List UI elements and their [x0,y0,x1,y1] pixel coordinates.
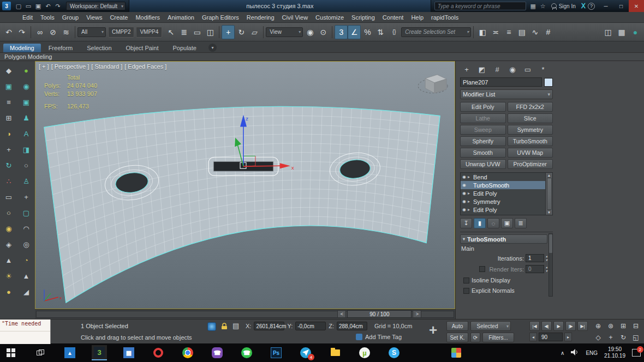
new-scene-icon[interactable]: ▢ [14,1,23,11]
plane-icon[interactable]: ▭ [2,190,16,204]
x-coordinate-field[interactable]: 2601,814cm [254,322,284,330]
cmpp2-button[interactable]: CMPP2 [108,27,134,38]
marker-icon[interactable]: ◆ [2,63,16,77]
angle-snap-icon[interactable]: ∠ [348,25,361,39]
modifier-button[interactable]: Sweep [460,125,506,135]
transform-icon[interactable]: + [2,142,16,156]
chrome-app-icon[interactable] [180,345,195,360]
community-x-icon[interactable]: Ⅹ [581,2,586,10]
current-frame-indicator[interactable]: 90 / 100 [347,310,412,318]
menu-item[interactable]: Create [106,14,132,21]
keyboard-override-icon[interactable]: ▤ [232,322,239,330]
expand-arrow-icon[interactable]: ▸ [468,191,472,196]
menu-item[interactable]: Content [379,14,408,21]
remove-modifier-icon[interactable]: ▣ [501,218,513,228]
modifier-button[interactable]: ProOptimizer [508,159,553,169]
ribbon-tab[interactable]: Populate [166,44,202,52]
modifier-button[interactable]: Edit Poly [460,102,506,112]
3dsmax-taskbar-icon[interactable]: 3 [92,345,107,360]
visibility-eye-icon[interactable]: ◉ [462,199,466,204]
stack-scrollbar[interactable]: ▲ ▼ [545,173,552,215]
menu-item[interactable]: Graph Editors [198,14,243,21]
office-app-icon[interactable] [449,345,464,360]
open-file-icon[interactable]: ▭ [23,1,33,11]
rollout-header[interactable]: ▾ TurboSmooth [460,234,547,244]
pie-icon[interactable]: ◔ [19,253,33,267]
prev-frame-button[interactable]: ◀| [541,321,552,331]
viewport-canvas[interactable]: zxx [35,62,455,309]
ribbon-toggle-icon[interactable]: ▤ [515,25,528,39]
arc-icon[interactable]: ◠ [19,221,33,236]
hidden-icons-chevron[interactable]: ∧ [560,350,564,356]
action-center-icon[interactable]: 2 [632,349,641,357]
select-and-move-icon[interactable]: + [222,25,235,39]
ribbon-tab[interactable]: Freeform [42,44,80,52]
render-iters-spinner[interactable]: ▴▾ [546,266,547,273]
auto-key-button[interactable]: Auto [446,321,468,331]
triangle-icon[interactable]: ▲ [19,269,33,283]
snap-toggle-3d-icon[interactable]: 3 [335,25,348,39]
bulb-icon[interactable]: ● [19,63,33,77]
viewport-general-menu[interactable]: [ + ] [39,63,49,70]
go-to-start-button[interactable]: |◀ [529,321,540,331]
menu-item[interactable]: Help [407,14,427,21]
dot-icon[interactable]: ● [2,285,16,299]
key-filters-button[interactable]: Filters... [482,333,514,342]
text-tool-icon[interactable]: A [19,126,33,141]
previous-frame-arrow[interactable]: < [337,310,346,318]
next-frame-arrow[interactable]: > [413,310,421,318]
ribbon-tab[interactable]: Selection [80,44,118,52]
isoline-display-checkbox[interactable] [463,277,469,283]
selection-lock-icon[interactable] [220,322,228,331]
next-frame-button[interactable]: |▶ [565,321,576,331]
render-icon[interactable]: ● [629,25,642,39]
set-key-button[interactable]: Set K. [446,333,468,342]
modifier-button[interactable]: TurboSmooth [508,136,553,146]
object-color-swatch[interactable] [544,78,553,87]
go-to-end-button[interactable]: ▶| [577,321,588,331]
isolate-selection-icon[interactable] [207,322,216,331]
ribbon-collapse-button[interactable]: ▾ [208,44,217,52]
soft-selection-icon[interactable]: ∴ [2,174,16,188]
field-of-view-icon[interactable]: ◇ [593,333,604,342]
menu-item[interactable]: Edit [19,14,37,21]
vmpp4-button[interactable]: VMPP4 [136,27,162,38]
add-icon[interactable]: + [19,190,33,204]
show-end-result-icon[interactable]: ▮ [474,218,486,228]
select-and-scale-icon[interactable]: ▱ [248,25,261,39]
file-explorer-icon[interactable] [327,345,343,360]
key-mode-icon[interactable]: ⟳ [470,333,480,342]
capsule-icon[interactable]: ○ [2,206,16,220]
modifier-button[interactable]: Lathe [460,113,506,123]
grid-list-icon[interactable]: ▦ [615,25,628,39]
clock[interactable]: 19:50 21.10.19 [604,346,625,359]
frame-back-icon[interactable]: ◂ [529,333,537,341]
align-icon[interactable]: ≍ [489,25,502,39]
minimize-button[interactable]: ─ [598,0,613,12]
utilities-tab-icon[interactable]: * [538,64,548,74]
square-tool-icon[interactable]: ▣ [19,95,33,109]
menu-item[interactable]: rapidTools [427,14,462,21]
menu-item[interactable]: Tools [37,14,58,21]
curve-editor-icon[interactable]: ∿ [528,25,541,39]
modifier-button[interactable]: UVW Map [508,148,553,158]
viewport-pov-menu[interactable]: [ Perspective ] [51,63,90,70]
favorites-star-icon[interactable]: ☆ [538,1,548,11]
viewport-standard-menu[interactable]: [ Standard ] [91,63,122,70]
iterations-field[interactable]: 1 [526,254,544,262]
visibility-eye-icon[interactable]: ◉ [462,207,466,212]
menu-item[interactable]: Views [82,14,106,21]
select-by-name-icon[interactable]: ≣ [177,25,190,39]
selection-filter-dropdown[interactable]: All [77,27,106,37]
reference-coordinate-dropdown[interactable]: View [266,27,303,37]
render-iters-checkbox[interactable] [479,266,485,272]
modifier-button[interactable]: Slice [508,113,553,123]
modifier-stack-row[interactable]: ◉ ▸ Edit Poly [461,189,545,197]
menu-item[interactable]: Modifiers [132,14,164,21]
workspace-dropdown[interactable]: Workspace: Default [66,2,126,10]
ribbon-tab[interactable]: Modeling [3,44,41,52]
rect-selection-region-icon[interactable]: ▭ [190,25,204,39]
photos-app-icon[interactable]: ▲ [62,345,77,360]
object-name-field[interactable]: Plane207 [460,77,542,87]
ring-icon[interactable]: ◎ [19,237,33,251]
